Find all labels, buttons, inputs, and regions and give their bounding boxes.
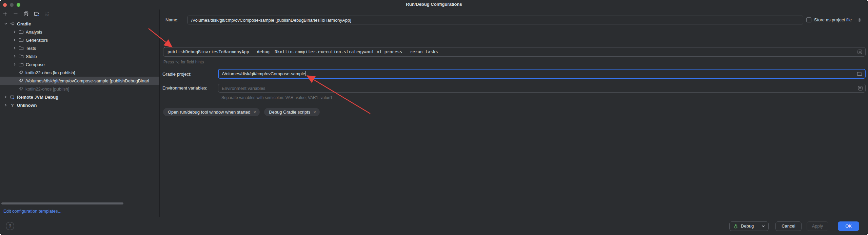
title-bar: Run/Debug Configurations <box>0 0 868 9</box>
tree-item-generators[interactable]: Generators <box>0 36 159 44</box>
dialog-footer: ? Debug Cancel Apply OK <box>0 217 868 235</box>
chip-label: Debug Gradle scripts <box>269 110 310 115</box>
gradle-icon <box>18 86 23 92</box>
tree-item-ovcompose-sample-selected[interactable]: /Volumes/disk/git/cmp/ovCompose-sample [… <box>0 77 159 85</box>
tree-item-label: /Volumes/disk/git/cmp/ovCompose-sample [… <box>25 78 149 83</box>
tree-item-label: Generators <box>26 38 48 43</box>
option-chips: Open run/debug tool window when started … <box>163 108 320 116</box>
chevron-right-icon[interactable] <box>4 103 7 107</box>
bug-icon <box>733 223 738 229</box>
gradle-icon <box>10 21 15 26</box>
debug-button[interactable]: Debug <box>730 222 758 231</box>
run-debug-configurations-dialog: Run/Debug Configurations az Gradle Analy… <box>0 0 868 235</box>
svg-text:a: a <box>47 11 49 14</box>
chevron-down-icon <box>762 225 765 228</box>
cancel-button[interactable]: Cancel <box>775 221 801 231</box>
name-label: Name: <box>165 17 178 23</box>
tree-item-analysis[interactable]: Analysis <box>0 28 159 36</box>
minimize-window-button[interactable] <box>10 3 14 7</box>
folder-icon <box>19 38 24 43</box>
help-label: ? <box>9 223 11 229</box>
environment-variables-label: Environment variables: <box>162 85 207 91</box>
folder-icon <box>19 30 24 35</box>
tree-item-kotlin22-ohos-kn-publish[interactable]: kotlin22-ohos [kn publish] <box>0 68 159 77</box>
debug-button-label: Debug <box>741 223 754 229</box>
environment-variables-input[interactable] <box>218 84 866 93</box>
tree-item-label: Analysis <box>26 30 42 35</box>
tree-item-remote-jvm-debug[interactable]: Remote JVM Debug <box>0 93 159 101</box>
configuration-form: Name: Store as project file Run Modify o… <box>160 9 868 217</box>
chevron-right-icon[interactable] <box>13 63 16 66</box>
folder-icon <box>19 54 24 59</box>
chevron-right-icon[interactable] <box>13 46 16 50</box>
environment-variables-hint: Separate variables with semicolon: VAR=v… <box>221 95 333 100</box>
run-command-text[interactable]: publishDebugBinariesToHarmonyApp --debug… <box>163 47 865 56</box>
tree-item-stdlib[interactable]: Stdlib <box>0 52 159 60</box>
tree-item-label: kotlin22-ohos [publish] <box>25 86 69 92</box>
tree-item-tests[interactable]: Tests <box>0 44 159 52</box>
tree-item-label: Compose <box>26 62 45 67</box>
chevron-down-icon[interactable] <box>4 22 7 25</box>
remove-chip-icon[interactable]: × <box>254 110 256 115</box>
folder-icon <box>19 62 24 67</box>
chip-label: Open run/debug tool window when started <box>168 110 251 115</box>
gear-icon[interactable] <box>857 17 862 23</box>
tree-item-gradle[interactable]: Gradle <box>0 20 159 28</box>
tree-item-unknown[interactable]: ? Unknown <box>0 101 159 109</box>
chevron-right-icon[interactable] <box>13 55 16 58</box>
help-button[interactable]: ? <box>6 222 14 230</box>
new-folder-icon[interactable] <box>34 11 39 17</box>
tree-item-kotlin22-ohos-publish[interactable]: kotlin22-ohos [publish] <box>0 85 159 93</box>
debug-split-button[interactable]: Debug <box>729 221 769 231</box>
apply-button[interactable]: Apply <box>807 221 829 231</box>
name-input[interactable] <box>188 16 803 24</box>
store-as-project-file-checkbox[interactable] <box>806 17 811 22</box>
zoom-window-button[interactable] <box>17 3 20 7</box>
unknown-icon: ? <box>10 103 15 108</box>
debug-options-dropdown[interactable] <box>758 222 768 231</box>
close-window-button[interactable] <box>3 3 7 7</box>
configurations-sidebar: az Gradle Analysis Generators <box>0 9 160 217</box>
tree-item-label: kotlin22-ohos [kn publish] <box>25 70 75 75</box>
expand-field-icon[interactable] <box>857 49 863 55</box>
remote-jvm-debug-icon <box>10 95 15 100</box>
run-field-hint: Press ⌥ for field hints <box>163 60 204 64</box>
tree-item-label: Stdlib <box>26 54 37 59</box>
tree-item-label: Tests <box>26 46 36 51</box>
gradle-project-field[interactable]: /Volumes/disk/git/cmp/ovCompose-sample <box>218 69 866 79</box>
copy-configuration-icon[interactable] <box>23 11 29 17</box>
chevron-right-icon[interactable] <box>13 30 16 34</box>
remove-configuration-icon[interactable] <box>13 11 18 17</box>
store-as-project-file-label: Store as project file <box>814 17 852 23</box>
tree-item-label: Remote JVM Debug <box>17 95 58 100</box>
add-configuration-icon[interactable] <box>2 11 8 17</box>
gradle-project-label: Gradle project: <box>162 72 191 77</box>
chip-debug-gradle-scripts[interactable]: Debug Gradle scripts × <box>264 108 320 116</box>
browse-folder-icon[interactable] <box>857 71 862 77</box>
chip-open-run-debug-tool-window[interactable]: Open run/debug tool window when started … <box>163 108 260 116</box>
chevron-right-icon[interactable] <box>13 38 16 42</box>
configuration-tree: Gradle Analysis Generators Tests <box>0 18 159 109</box>
tree-item-compose[interactable]: Compose <box>0 60 159 68</box>
chevron-right-icon[interactable] <box>4 95 7 99</box>
text-caret <box>305 71 306 76</box>
edit-configuration-templates-link[interactable]: Edit configuration templates... <box>3 209 61 214</box>
folder-icon <box>19 46 24 51</box>
run-command-field[interactable]: publishDebugBinariesToHarmonyApp --debug… <box>163 47 866 57</box>
gradle-icon <box>18 78 23 83</box>
sort-configurations-icon[interactable]: az <box>44 11 50 17</box>
gradle-icon <box>18 70 23 75</box>
tree-item-label: Unknown <box>17 103 37 108</box>
tree-item-label: Gradle <box>17 21 31 26</box>
dialog-title: Run/Debug Configurations <box>0 0 868 9</box>
gradle-project-value[interactable]: /Volumes/disk/git/cmp/ovCompose-sample <box>222 71 305 76</box>
svg-text:z: z <box>47 14 48 16</box>
horizontal-scrollbar[interactable] <box>1 202 123 204</box>
remove-chip-icon[interactable]: × <box>313 110 316 115</box>
sidebar-toolbar: az <box>0 9 159 18</box>
edit-variables-icon[interactable] <box>857 85 863 91</box>
ok-button[interactable]: OK <box>838 221 859 231</box>
